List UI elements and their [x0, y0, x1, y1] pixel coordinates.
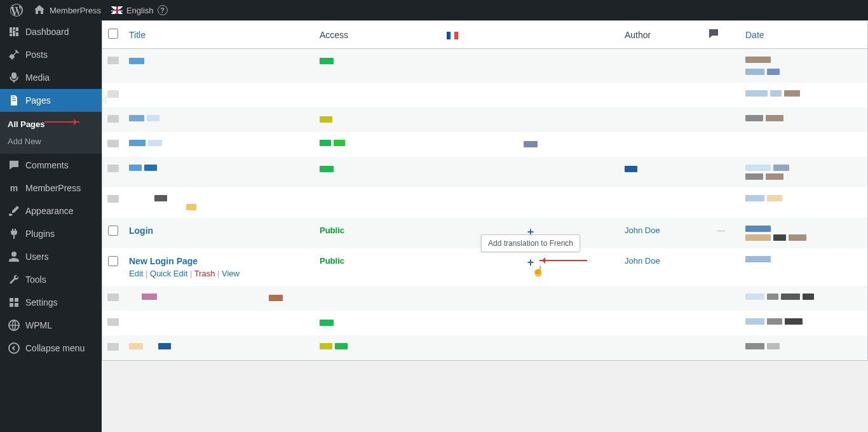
sidebar-item-comments[interactable]: Comments [0, 154, 102, 177]
user-icon [8, 250, 20, 263]
table-row [102, 157, 867, 187]
access-label: Public [320, 256, 344, 266]
view-link[interactable]: View [222, 269, 240, 278]
page-title-link[interactable]: New Login Page [129, 256, 198, 266]
sidebar-submenu-pages: All Pages Add New [0, 112, 102, 154]
sub-item-all-pages[interactable]: All Pages [0, 116, 102, 133]
table-row [102, 83, 867, 107]
add-translation-button[interactable]: + [527, 256, 534, 269]
table-row [102, 311, 867, 335]
row-checkbox[interactable] [108, 256, 118, 266]
uk-flag-icon [111, 6, 123, 14]
main-content: Title Access Author Date [102, 20, 868, 361]
memberpress-icon: m [8, 182, 20, 194]
page-title-link[interactable]: Login [129, 226, 153, 236]
sidebar-item-tools[interactable]: Tools [0, 268, 102, 291]
quick-edit-link[interactable]: Quick Edit [150, 269, 187, 278]
brush-icon [8, 205, 20, 217]
table-row [102, 132, 867, 157]
annotation-arrow [44, 121, 79, 123]
no-comments-dash: — [717, 226, 726, 235]
pages-table: Title Access Author Date [102, 20, 868, 361]
trash-link[interactable]: Trash [194, 269, 215, 278]
wp-logo[interactable] [5, 0, 28, 20]
sidebar-item-collapse[interactable]: Collapse menu [0, 337, 102, 360]
row-checkbox[interactable] [108, 226, 118, 236]
media-icon [8, 71, 20, 84]
pin-icon [8, 48, 20, 61]
sidebar-item-users[interactable]: Users [0, 245, 102, 268]
select-all-checkbox[interactable] [108, 29, 118, 39]
site-name-link[interactable]: MemberPress [28, 0, 106, 20]
sidebar-item-posts[interactable]: Posts [0, 43, 102, 66]
author-link[interactable]: John Doe [625, 226, 660, 235]
col-header-comments[interactable] [702, 21, 740, 49]
table-row [102, 49, 867, 83]
col-header-author[interactable]: Author [620, 21, 702, 49]
col-header-date[interactable]: Date [740, 21, 867, 49]
table-row [102, 107, 867, 132]
sidebar-item-plugins[interactable]: Plugins [0, 222, 102, 245]
collapse-icon [8, 342, 20, 354]
pages-icon [8, 94, 20, 107]
french-flag-icon [447, 32, 458, 39]
access-label: Public [320, 226, 344, 235]
admin-bar: MemberPress English ? [0, 0, 868, 20]
table-row [102, 335, 867, 360]
select-all-header [102, 21, 124, 49]
admin-sidebar: Dashboard Posts Media Pages All Pages Ad… [0, 20, 102, 361]
comment-bubble-icon [707, 27, 720, 40]
help-icon: ? [158, 5, 168, 15]
wordpress-icon [10, 4, 23, 17]
dashboard-icon [8, 25, 20, 38]
plug-icon [8, 227, 20, 240]
comments-icon [8, 159, 20, 172]
table-row [102, 286, 867, 311]
settings-icon [8, 296, 20, 309]
table-row-new-login: New Login Page Edit | Quick Edit | Trash… [102, 248, 867, 286]
sub-item-add-new[interactable]: Add New [0, 133, 102, 150]
svg-point-1 [9, 343, 19, 353]
col-header-access: Access [315, 21, 442, 49]
language-label: English [126, 6, 154, 15]
table-row-login: Login Public + Add translation to French… [102, 218, 867, 248]
sidebar-item-pages[interactable]: Pages [0, 89, 102, 112]
row-actions: Edit | Quick Edit | Trash | View [129, 269, 309, 278]
table-row [102, 187, 867, 218]
wrench-icon [8, 273, 20, 286]
author-link[interactable]: John Doe [625, 256, 660, 266]
annotation-arrow [539, 260, 587, 261]
edit-link[interactable]: Edit [129, 269, 143, 278]
home-icon [33, 4, 46, 17]
sidebar-item-media[interactable]: Media [0, 66, 102, 89]
sidebar-item-dashboard[interactable]: Dashboard [0, 20, 102, 43]
language-switcher[interactable]: English ? [106, 0, 173, 20]
sidebar-item-settings[interactable]: Settings [0, 291, 102, 314]
tooltip: Add translation to French [481, 234, 580, 252]
col-header-flag [442, 21, 620, 49]
sidebar-item-memberpress[interactable]: m MemberPress [0, 177, 102, 199]
sidebar-item-wpml[interactable]: WPML [0, 314, 102, 337]
col-header-title[interactable]: Title [124, 21, 315, 49]
globe-icon [8, 319, 20, 332]
site-name: MemberPress [50, 6, 101, 15]
sidebar-item-appearance[interactable]: Appearance [0, 199, 102, 222]
